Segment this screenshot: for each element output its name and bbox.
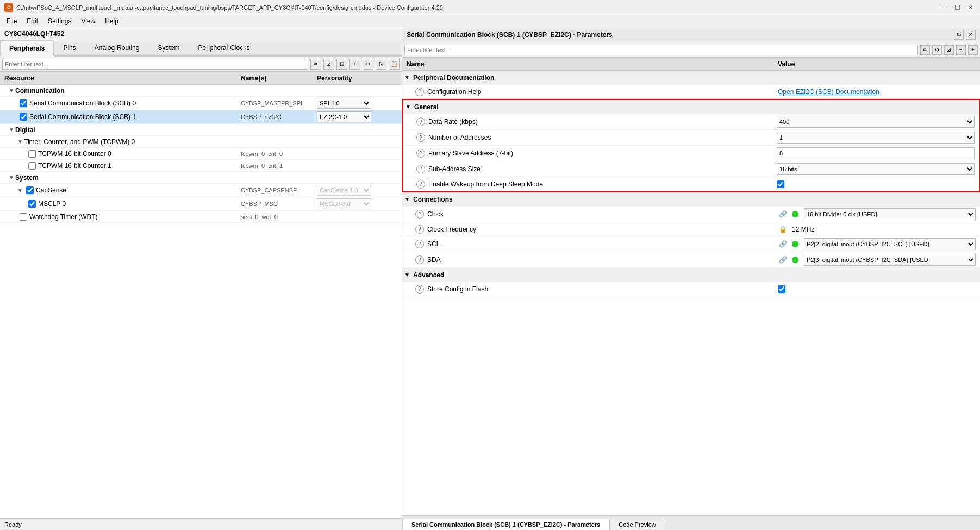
maximize-button[interactable]: ☐	[952, 3, 963, 13]
menu-view[interactable]: View	[77, 16, 99, 26]
expand-communication-icon[interactable]: ▼	[9, 88, 15, 93]
expand-peripheral-doc-icon[interactable]: ▼	[404, 74, 411, 80]
clock-status-dot	[792, 211, 798, 217]
clock-link-icon[interactable]: 🔗	[778, 209, 788, 219]
connections-label: Connections	[413, 196, 453, 203]
store-config-help-icon[interactable]: ?	[415, 285, 424, 294]
bottom-tab-code-preview[interactable]: Code Preview	[609, 519, 665, 530]
right-filter-input[interactable]	[404, 45, 918, 55]
capsense-checkbox[interactable]	[26, 186, 34, 194]
config-help-help-icon[interactable]: ?	[415, 88, 424, 96]
left-collapse-btn[interactable]: ⊟	[336, 59, 347, 70]
left-copy-btn[interactable]: ⎘	[376, 59, 386, 70]
left-expand-btn[interactable]: +	[349, 59, 360, 70]
param-config-help: ? Configuration Help Open EZI2C (SCB) Do…	[402, 85, 980, 99]
list-item: Serial Communication Block (SCB) 1 CYBSP…	[0, 110, 402, 124]
tree-header-personality: Personality	[315, 74, 402, 82]
primary-slave-help-icon[interactable]: ?	[416, 149, 425, 158]
digital-label: Digital	[15, 126, 35, 134]
menu-file[interactable]: File	[2, 16, 21, 26]
sub-address-size-help-icon[interactable]: ?	[416, 165, 425, 173]
sda-link-icon[interactable]: 🔗	[778, 255, 788, 265]
enable-wakeup-checkbox[interactable]	[777, 180, 784, 188]
device-label: CY8C4046LQI-T452	[0, 27, 402, 40]
right-panel-title: Serial Communication Block (SCB) 1 (CYBS…	[407, 31, 613, 39]
left-filter-clear-btn[interactable]: ✏	[310, 59, 321, 70]
msclp0-checkbox[interactable]	[28, 200, 36, 208]
tab-peripherals[interactable]: Peripherals	[0, 40, 54, 57]
tab-analog-routing[interactable]: Analog-Routing	[85, 40, 149, 55]
expand-timer-icon[interactable]: ▼	[17, 139, 24, 145]
param-enable-wakeup: ? Enable Wakeup from Deep Sleep Mode	[403, 177, 979, 191]
num-addresses-help-icon[interactable]: ?	[416, 133, 425, 142]
right-funnel-btn[interactable]: ⊿	[944, 45, 954, 55]
timer-label: Timer, Counter, and PWM (TCPWM) 0	[24, 138, 135, 146]
num-addresses-select[interactable]: 1 2	[777, 132, 975, 144]
enable-wakeup-help-icon[interactable]: ?	[416, 180, 425, 189]
left-scissors-btn[interactable]: ✂	[363, 59, 373, 70]
bottom-tab-parameters[interactable]: Serial Communication Block (SCB) 1 (CYBS…	[402, 519, 609, 530]
list-item: ▼ Timer, Counter, and PWM (TCPWM) 0	[0, 136, 402, 148]
tab-peripheral-clocks[interactable]: Peripheral-Clocks	[189, 40, 259, 55]
expand-digital-icon[interactable]: ▼	[9, 127, 15, 133]
status-bar: Ready	[0, 518, 402, 530]
scb0-personality-select[interactable]: SPI-1.0	[317, 98, 371, 109]
tab-pins[interactable]: Pins	[54, 40, 85, 55]
store-config-checkbox[interactable]	[778, 285, 785, 293]
right-minus-btn[interactable]: −	[956, 45, 966, 55]
tab-system[interactable]: System	[148, 40, 189, 55]
open-ezi2c-doc-link[interactable]: Open EZI2C (SCB) Documentation	[778, 88, 879, 96]
tcpwm0-checkbox[interactable]	[28, 150, 36, 158]
left-filter-btn[interactable]: ⊿	[323, 59, 334, 70]
expand-advanced-icon[interactable]: ▼	[404, 272, 411, 278]
minimize-button[interactable]: —	[939, 3, 950, 13]
sda-help-icon[interactable]: ?	[415, 255, 424, 264]
left-filter-input[interactable]	[2, 59, 308, 70]
scb0-checkbox[interactable]	[20, 99, 27, 107]
left-paste-btn[interactable]: 📋	[389, 59, 400, 70]
menu-edit[interactable]: Edit	[22, 16, 42, 26]
scl-link-icon[interactable]: 🔗	[778, 239, 788, 249]
clock-connection-select[interactable]: 16 bit Divider 0 clk [USED]	[804, 208, 976, 220]
list-item: ▼ Communication	[0, 85, 402, 97]
data-rate-select[interactable]: 400 100 1000	[777, 116, 975, 128]
close-button[interactable]: ✕	[965, 3, 976, 13]
expand-connections-icon[interactable]: ▼	[404, 196, 411, 202]
clock-freq-lock-icon: 🔒	[778, 225, 788, 234]
data-rate-help-icon[interactable]: ?	[416, 117, 425, 126]
communication-names	[239, 90, 315, 92]
config-help-label: Configuration Help	[427, 88, 481, 96]
right-restore-btn[interactable]: ⧉	[954, 30, 964, 40]
tree-content: ▼ Communication Serial Communication Blo…	[0, 85, 402, 518]
wdt-checkbox[interactable]	[20, 213, 27, 221]
right-close-btn[interactable]: ✕	[966, 30, 976, 40]
scl-help-icon[interactable]: ?	[415, 240, 424, 248]
scb1-checkbox[interactable]	[20, 113, 27, 121]
expand-system-icon[interactable]: ▼	[9, 174, 15, 180]
clock-freq-help-icon[interactable]: ?	[415, 225, 424, 234]
tcpwm1-checkbox[interactable]	[28, 162, 36, 170]
scb1-names: CYBSP_EZI2C	[239, 113, 315, 121]
system-label: System	[15, 174, 39, 182]
right-filter-clear-btn[interactable]: ✏	[920, 45, 930, 55]
peripheral-doc-label: Peripheral Documentation	[413, 74, 494, 82]
scl-connection-select[interactable]: P2[2] digital_inout (CYBSP_I2C_SCL) [USE…	[804, 238, 976, 250]
scb1-personality-select[interactable]: EZI2C-1.0	[317, 111, 371, 122]
scb1-label: Serial Communication Block (SCB) 1	[29, 113, 136, 121]
param-scl: ? SCL 🔗 P2[2] digital_inout (CYBSP_I2C_S…	[402, 236, 980, 252]
expand-general-icon[interactable]: ▼	[405, 104, 412, 110]
menu-help[interactable]: Help	[101, 16, 123, 26]
list-item: TCPWM 16-bit Counter 1 tcpwm_0_cnt_1	[0, 160, 402, 172]
primary-slave-input[interactable]	[777, 147, 975, 159]
capsense-label: CapSense	[36, 186, 66, 194]
menu-settings[interactable]: Settings	[43, 16, 76, 26]
right-refresh-btn[interactable]: ↺	[932, 45, 942, 55]
tree-header-resource: Resource	[0, 74, 239, 82]
right-plus-btn[interactable]: +	[968, 45, 978, 55]
sda-status-dot	[792, 257, 798, 263]
sub-address-size-select[interactable]: 16 bits 8 bits	[777, 163, 975, 175]
section-connections: ▼ Connections	[402, 192, 980, 207]
expand-capsense-icon[interactable]: ▼	[17, 188, 24, 194]
sda-connection-select[interactable]: P2[3] digital_inout (CYBSP_I2C_SDA) [USE…	[804, 254, 976, 266]
clock-help-icon[interactable]: ?	[415, 210, 424, 219]
